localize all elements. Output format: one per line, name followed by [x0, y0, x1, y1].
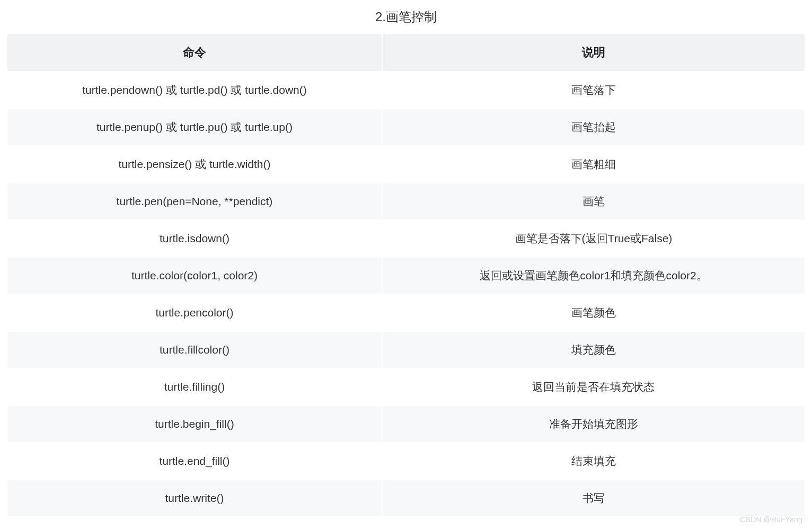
- cell-description: 画笔粗细: [383, 146, 805, 182]
- table-row: turtle.color(color1, color2) 返回或设置画笔颜色co…: [7, 258, 805, 294]
- table-row: turtle.begin_fill() 准备开始填充图形: [7, 406, 805, 442]
- table-header-row: 命令 说明: [7, 34, 805, 71]
- table-row: turtle.end_fill() 结束填充: [7, 443, 805, 479]
- table-row: turtle.write() 书写: [7, 480, 805, 516]
- cell-command: turtle.fillcolor(): [7, 332, 382, 368]
- cell-command: turtle.write(): [7, 480, 382, 516]
- cell-description: 画笔落下: [383, 72, 805, 108]
- cell-command: turtle.penup() 或 turtle.pu() 或 turtle.up…: [7, 109, 382, 145]
- header-command: 命令: [7, 34, 382, 71]
- table-row: turtle.pen(pen=None, **pendict) 画笔: [7, 183, 805, 219]
- table-row: turtle.pensize() 或 turtle.width() 画笔粗细: [7, 146, 805, 182]
- cell-command: turtle.color(color1, color2): [7, 258, 382, 294]
- header-description: 说明: [383, 34, 805, 71]
- cell-command: turtle.isdown(): [7, 221, 382, 257]
- pen-control-table: 命令 说明 turtle.pendown() 或 turtle.pd() 或 t…: [6, 33, 806, 517]
- cell-description: 返回当前是否在填充状态: [383, 369, 805, 405]
- cell-command: turtle.pencolor(): [7, 295, 382, 331]
- cell-description: 填充颜色: [383, 332, 805, 368]
- cell-command: turtle.pen(pen=None, **pendict): [7, 183, 382, 219]
- cell-command: turtle.filling(): [7, 369, 382, 405]
- cell-description: 结束填充: [383, 443, 805, 479]
- table-caption: 2.画笔控制: [6, 5, 806, 33]
- table-row: turtle.pencolor() 画笔颜色: [7, 295, 805, 331]
- table-row: turtle.penup() 或 turtle.pu() 或 turtle.up…: [7, 109, 805, 145]
- cell-command: turtle.begin_fill(): [7, 406, 382, 442]
- table-row: turtle.filling() 返回当前是否在填充状态: [7, 369, 805, 405]
- cell-description: 准备开始填充图形: [383, 406, 805, 442]
- cell-description: 画笔: [383, 183, 805, 219]
- table-row: turtle.isdown() 画笔是否落下(返回True或False): [7, 221, 805, 257]
- cell-description: 画笔是否落下(返回True或False): [383, 221, 805, 257]
- cell-description: 画笔颜色: [383, 295, 805, 331]
- table-row: turtle.fillcolor() 填充颜色: [7, 332, 805, 368]
- cell-description: 书写: [383, 480, 805, 516]
- cell-command: turtle.end_fill(): [7, 443, 382, 479]
- cell-description: 画笔抬起: [383, 109, 805, 145]
- cell-command: turtle.pensize() 或 turtle.width(): [7, 146, 382, 182]
- table-row: turtle.pendown() 或 turtle.pd() 或 turtle.…: [7, 72, 805, 108]
- watermark-label: CSDN @Rui-Yang: [740, 515, 802, 524]
- cell-description: 返回或设置画笔颜色color1和填充颜色color2。: [383, 258, 805, 294]
- cell-command: turtle.pendown() 或 turtle.pd() 或 turtle.…: [7, 72, 382, 108]
